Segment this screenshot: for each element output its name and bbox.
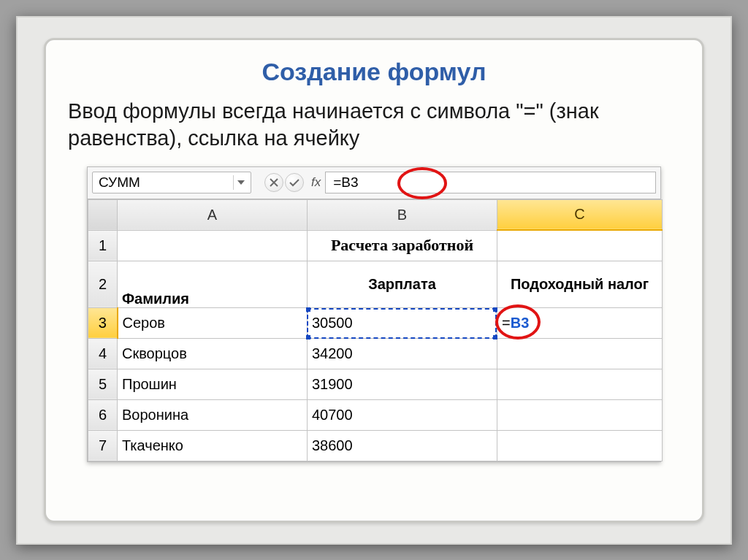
cancel-formula-button[interactable] — [264, 173, 283, 192]
spreadsheet: A B C 1 Расчета заработной — [88, 199, 660, 461]
formula-bar-buttons — [264, 173, 304, 192]
cell-B1[interactable]: Расчета заработной — [308, 230, 497, 261]
cell-A7[interactable]: Ткаченко — [118, 430, 308, 461]
cell-C3-value: =B3 — [502, 315, 529, 331]
col-header-B[interactable]: B — [308, 199, 497, 230]
row-header-5[interactable]: 5 — [88, 369, 118, 399]
cell-A4[interactable]: Скворцов — [118, 338, 308, 369]
name-box[interactable]: СУММ — [92, 172, 251, 193]
name-box-value: СУММ — [99, 174, 140, 191]
enter-formula-button[interactable] — [285, 173, 304, 192]
cell-A6[interactable]: Воронина — [118, 399, 308, 430]
row-7: 7 Ткаченко 38600 — [88, 430, 663, 461]
cell-C1[interactable] — [497, 230, 663, 261]
select-all-corner[interactable] — [88, 199, 118, 230]
row-5: 5 Прошин 31900 — [88, 369, 663, 399]
cell-B5[interactable]: 31900 — [308, 369, 497, 399]
cell-C7[interactable] — [497, 430, 663, 461]
cell-B2[interactable]: Зарплата — [308, 261, 497, 307]
slide-body-text: Ввод формулы всегда начинается с символа… — [68, 98, 680, 152]
slide-frame: Создание формул Ввод формулы всегда начи… — [16, 16, 732, 545]
formula-input[interactable]: =B3 — [325, 172, 656, 193]
row-header-7[interactable]: 7 — [88, 430, 118, 461]
col-header-A[interactable]: A — [118, 199, 308, 230]
row-header-6[interactable]: 6 — [88, 399, 118, 430]
cell-C3[interactable]: =B3 — [497, 307, 663, 338]
cell-C3-eq: = — [502, 315, 511, 331]
cell-C3-ref: B3 — [511, 315, 530, 331]
cell-C2[interactable]: Подоходный налог — [497, 261, 663, 307]
row-2: 2 Фамилия Зарплата Подоходный налог — [88, 261, 663, 307]
cell-A5[interactable]: Прошин — [118, 369, 308, 399]
slide-title: Создание формул — [68, 58, 680, 86]
row-6: 6 Воронина 40700 — [88, 399, 663, 430]
cell-A3[interactable]: Серов — [118, 307, 308, 338]
cell-B7[interactable]: 38600 — [308, 430, 497, 461]
spreadsheet-grid[interactable]: A B C 1 Расчета заработной — [88, 199, 663, 461]
row-1: 1 Расчета заработной — [88, 230, 663, 261]
column-header-row: A B C — [88, 199, 663, 230]
cell-B3[interactable]: 30500 — [308, 307, 497, 338]
slide-content: Создание формул Ввод формулы всегда начи… — [44, 38, 704, 523]
cell-C4[interactable] — [497, 338, 663, 369]
row-header-4[interactable]: 4 — [88, 338, 118, 369]
cell-C5[interactable] — [497, 369, 663, 399]
cell-A2[interactable]: Фамилия — [118, 261, 308, 307]
name-box-dropdown-icon[interactable] — [233, 175, 248, 190]
cell-B6[interactable]: 40700 — [308, 399, 497, 430]
cell-B4[interactable]: 34200 — [308, 338, 497, 369]
row-header-3[interactable]: 3 — [88, 307, 118, 338]
cell-C6[interactable] — [497, 399, 663, 430]
row-4: 4 Скворцов 34200 — [88, 338, 663, 369]
row-3: 3 Серов 30500 =B3 — [88, 307, 663, 338]
row-header-2[interactable]: 2 — [88, 261, 118, 307]
fx-icon[interactable]: fx — [311, 175, 321, 190]
col-header-C[interactable]: C — [497, 199, 663, 230]
excel-screenshot: СУММ fx =B3 — [87, 166, 661, 462]
cell-A1[interactable] — [118, 230, 308, 261]
formula-bar: СУММ fx =B3 — [88, 167, 660, 199]
row-header-1[interactable]: 1 — [88, 230, 118, 261]
formula-input-value: =B3 — [333, 174, 358, 191]
